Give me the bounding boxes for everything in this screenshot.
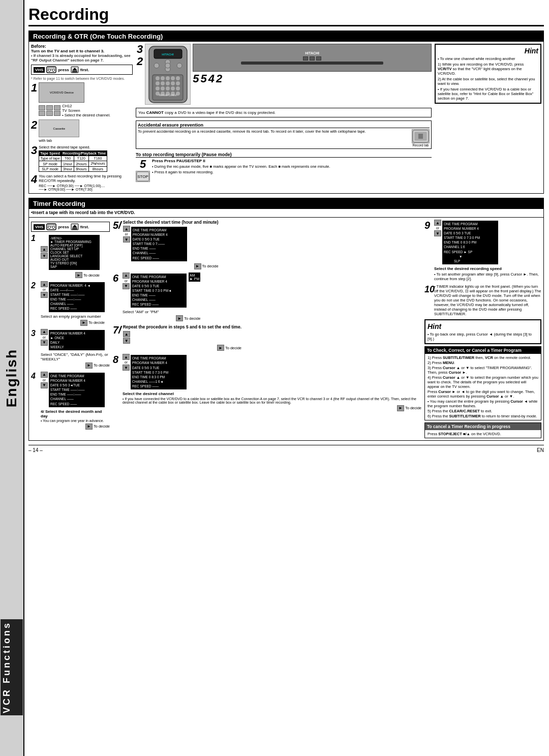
step4-or-arrows: ▲ or ▼ [41, 372, 48, 388]
select-once-label: Select "ONCE", "DAILY" (Mon-Fri), or "WE… [41, 352, 110, 361]
up-arrow-5[interactable]: ▲ [123, 226, 130, 232]
right-arrow-btn-5[interactable]: ► [194, 263, 201, 269]
timer-step7: 7/ Repeat the procedure in steps 5 and 6… [113, 324, 421, 351]
stop-svg: STOP [136, 171, 149, 182]
up-arrow-btn[interactable]: ▲ [41, 246, 48, 252]
down-arrow-6[interactable]: ▼ [123, 283, 130, 289]
timer-content: VHS press first. [29, 218, 543, 440]
check-item-cancel: • You may cancel the entire program by p… [428, 399, 538, 408]
am-pm-indicator: AM ► PM [189, 273, 200, 282]
step1-channel-row: CH12 TV Screen • Select the desired chan… [39, 104, 110, 117]
up-arrow-7[interactable]: ▲ [123, 331, 130, 337]
step5-label: Select the desired start time (hour and … [123, 220, 219, 225]
timer-step6: 6 ▲ or ▼ [113, 273, 421, 322]
right-arrow-btn-3[interactable]: ► [85, 362, 93, 369]
down-arrow-btn[interactable]: ▼ [41, 253, 48, 259]
otr-before: Before: Turn on the TV and set it to cha… [31, 44, 133, 63]
down-arrow-2[interactable]: ▼ [41, 292, 48, 298]
stop-button-img: STOP [136, 171, 150, 182]
vhs-label: VHS [34, 67, 45, 73]
down-arrow-3[interactable]: ▼ [41, 340, 48, 346]
svg-point-16 [156, 76, 160, 80]
step6-num-timer: 6 [113, 273, 121, 284]
step9-note: • To set another program after step [9],… [434, 272, 541, 281]
check-item-2: 2) Press MENU. [428, 360, 538, 365]
check-item-cursor: Press Cursor ► or ◄ to go the digit you … [428, 389, 538, 399]
step1-up-down: ▲ ▼ [41, 246, 48, 259]
up-arrow-2[interactable]: ▲ [41, 281, 48, 287]
step5-num-vcr: 5 [193, 73, 199, 84]
or-label-5: or [123, 232, 130, 236]
down-arrow-9[interactable]: ▼ [434, 230, 441, 236]
check-item-1: 1) Press SUBTITLE/TIMER then, VCR on the… [428, 355, 538, 360]
remote-svg: HITACHI [146, 45, 190, 104]
up-arrow-6[interactable]: ▲ [123, 273, 130, 279]
up-arrow-4[interactable]: ▲ [41, 372, 48, 378]
press-pause-text: Press Press PAUSE/STEP II [152, 159, 432, 163]
step1-num-timer: 1 [31, 234, 39, 243]
right-arrow-btn-6[interactable]: ► [176, 315, 183, 321]
timer-step2: 2 ▲ or ▼ [31, 281, 110, 326]
recording-playback-header: Recording/Playback Time [62, 151, 107, 156]
right-arrow-btn-8[interactable]: ► [397, 405, 404, 411]
right-arrow-btn-4[interactable]: ► [85, 424, 93, 430]
t120: T120 [74, 156, 88, 161]
svg-rect-48 [72, 228, 77, 229]
step4-content: You can select a fixed recording time by… [39, 174, 133, 191]
up-arrow-3[interactable]: ▲ [41, 329, 48, 335]
step-labels-5-4-2: 5 5 4 2 [193, 73, 432, 84]
right-arrow-btn-2[interactable]: ► [80, 320, 87, 326]
step1-arrows-menu: ▲ ▼ -MENU- ► TIMER PROGRAMMING AUTO REPE… [41, 234, 100, 271]
timer-press-label: press [58, 225, 69, 229]
step2-middle-num: 2 [137, 56, 143, 67]
step5-num-vcr2: 5 [201, 73, 207, 84]
timer-step1: 1 ▲ ▼ -MENU- ► TIMER PROGRAMMING [31, 234, 110, 278]
svg-point-30 [176, 86, 180, 90]
insert-note: •Insert a tape with its record tab into … [29, 209, 543, 218]
up-arrow-9[interactable]: ▲ [434, 220, 441, 226]
refer-note: * Refer to page 11 to switch between the… [31, 77, 133, 80]
step8-num-timer: 8 [113, 354, 121, 366]
select-channel-label: Select the desired channel [123, 391, 421, 396]
down-arrow-7[interactable]: ▼ [123, 338, 130, 344]
t160: T160 [88, 156, 107, 161]
svg-text:STOP: STOP [137, 174, 148, 179]
slp-t120: 6hours [74, 167, 88, 172]
step9-num-timer: 9 [424, 220, 433, 231]
svg-point-24 [171, 81, 175, 85]
timer-first-label: first. [80, 225, 89, 229]
record-tab-img [412, 129, 430, 143]
check-item-5: 5) Press the CLEAR/C.RESET to exit. [428, 409, 538, 413]
up-arrow-8[interactable]: ▲ [123, 354, 130, 360]
t60: T60 [62, 156, 74, 161]
otr-step1: 1 VCR/DVD Device [31, 82, 133, 117]
select-month-day-label: 4/ Select the desired month and day [41, 409, 110, 418]
otr-hint-box: Hint • To view one channel while recordi… [435, 44, 541, 104]
timer-cassette-icon [46, 223, 56, 230]
right-arrow-btn-1[interactable]: ► [75, 272, 82, 278]
step9-or-arrows: ▲ or ▼ [434, 220, 441, 236]
svg-point-28 [166, 86, 170, 90]
down-arrow-4[interactable]: ▼ [41, 382, 48, 388]
step2-or-arrows: ▲ or ▼ [41, 281, 48, 298]
program-screen-8: ONE TIME PROGRAM PROGRAM NUMBER 4 DATE 0… [131, 355, 187, 389]
sp-mode: SP mode [39, 161, 62, 167]
cancel-timer-box: To cancel a Timer Recording in progress … [424, 422, 541, 438]
step8-note: • If you have connected the VCR/DVD to a… [123, 397, 421, 404]
step8-or-arrows: ▲ or ▼ [123, 354, 130, 371]
program-screen-3: PROGRAM NUMBER 4 ► ONCE DAILY WEEKLY [49, 330, 105, 350]
svg-rect-45 [48, 224, 54, 226]
sidebar-english-label: English [4, 349, 20, 407]
or-label-6: or [123, 279, 130, 283]
down-arrow-5[interactable]: ▼ [123, 236, 130, 243]
step4-num-timer: 4 [31, 372, 39, 381]
right-arrow-btn-7[interactable]: ► [217, 345, 224, 351]
step6-or-arrows: ▲ or ▼ [123, 273, 130, 289]
sidebar-vcr-label: VCR Functions [1, 619, 23, 715]
timer-eject-icon [71, 223, 79, 230]
step9-content-timer: ▲ or ▼ ONE TIME PROGRAM PROGRAM NUM [434, 220, 541, 281]
first-label: first. [80, 68, 89, 72]
otr-middle: 3 2 HITACHI [136, 44, 432, 191]
down-arrow-8[interactable]: ▼ [123, 365, 130, 371]
step3-content: Select the desired tape speed. Tape Spee… [39, 145, 107, 172]
